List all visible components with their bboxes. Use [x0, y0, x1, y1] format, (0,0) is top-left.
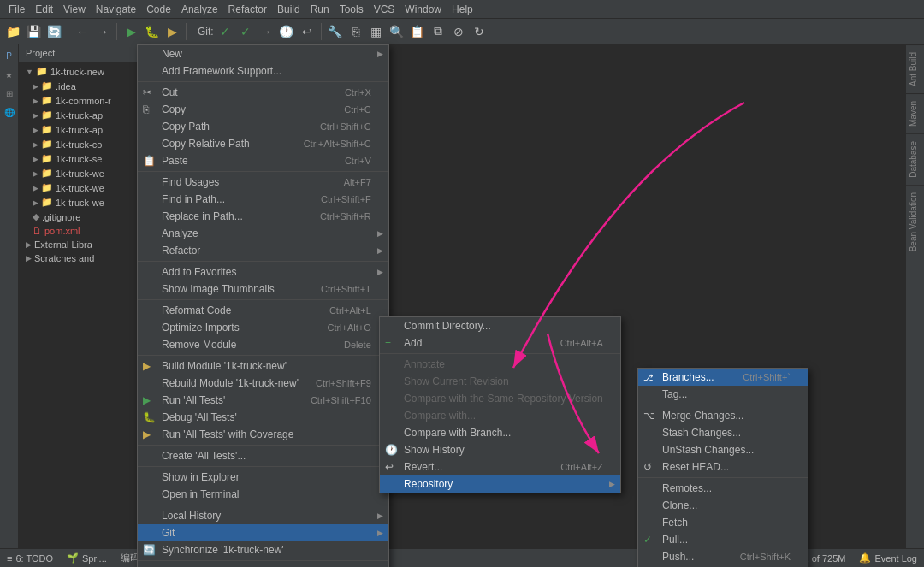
git-compare-branch[interactable]: Compare with Branch...: [380, 424, 620, 441]
git-show-history[interactable]: 🕐 Show History: [380, 441, 620, 458]
merge-icon: ⌥: [643, 410, 655, 422]
sync-icon: 🔄: [143, 544, 156, 556]
run-icon: ▶: [143, 394, 151, 406]
debug-icon: 🐛: [143, 411, 156, 423]
menu-cut[interactable]: ✂ Cut Ctrl+X: [138, 84, 388, 101]
git-sep1: [380, 353, 620, 354]
menu-replace-in-path[interactable]: Replace in Path... Ctrl+Shift+R: [138, 208, 388, 225]
history-icon: 🕐: [385, 444, 398, 456]
repo-merge[interactable]: ⌥ Merge Changes...: [638, 407, 808, 424]
menu-show-thumbnails[interactable]: Show Image Thumbnails Ctrl+Shift+T: [138, 281, 388, 298]
repo-sep1: [638, 405, 808, 405]
git-show-revision: Show Current Revision: [380, 373, 620, 390]
repo-clone[interactable]: Clone...: [638, 497, 808, 514]
repo-unstash[interactable]: UnStash Changes...: [638, 441, 808, 458]
menu-create-tests[interactable]: Create 'All Tests'...: [138, 447, 388, 464]
git-add-icon: +: [385, 337, 391, 349]
repo-pull[interactable]: ✓ Pull...: [638, 531, 808, 548]
build-icon: ▶: [143, 360, 151, 372]
branches-icon: ⎇: [643, 373, 654, 382]
git-submenu: Commit Directory... + Add Ctrl+Alt+A Ann…: [379, 316, 621, 493]
git-compare-repo: Compare with the Same Repository Version: [380, 390, 620, 407]
menu-analyze[interactable]: Analyze: [138, 225, 388, 242]
repo-stash[interactable]: Stash Changes...: [638, 424, 808, 441]
menu-run-tests[interactable]: ▶ Run 'All Tests' Ctrl+Shift+F10: [138, 392, 388, 409]
repo-sep2: [638, 477, 808, 478]
menu-reformat[interactable]: Reformat Code Ctrl+Alt+L: [138, 302, 388, 319]
menu-show-explorer[interactable]: Show in Explorer: [138, 469, 388, 486]
menu-remove-module[interactable]: Remove Module Delete: [138, 336, 388, 353]
repo-push[interactable]: Push... Ctrl+Shift+K: [638, 548, 808, 565]
git-revert[interactable]: ↩ Revert... Ctrl+Alt+Z: [380, 458, 620, 475]
reset-icon: ↺: [643, 461, 652, 473]
repo-submenu: ⎇ Branches... Ctrl+Shift+` Tag... ⌥ Merg…: [637, 368, 808, 567]
sep6: [138, 445, 388, 446]
coverage-icon: ▶: [143, 428, 151, 440]
sep8: [138, 505, 388, 505]
paste-icon: 📋: [143, 155, 156, 167]
revert-icon: ↩: [385, 461, 394, 473]
copy-icon: ⎘: [143, 103, 149, 115]
context-menu-overlay: New Add Framework Support... ✂ Cut Ctrl+…: [0, 0, 924, 567]
sep7: [138, 466, 388, 467]
git-commit-dir[interactable]: Commit Directory...: [380, 317, 620, 334]
menu-paste[interactable]: 📋 Paste Ctrl+V: [138, 152, 388, 169]
sep3: [138, 261, 388, 262]
repo-reset-head[interactable]: ↺ Reset HEAD...: [638, 458, 808, 475]
menu-add-framework[interactable]: Add Framework Support...: [138, 62, 388, 80]
menu-open-terminal[interactable]: Open in Terminal: [138, 486, 388, 503]
git-compare-with: Compare with...: [380, 407, 620, 424]
menu-find-usages[interactable]: Find Usages Alt+F7: [138, 174, 388, 191]
menu-copy[interactable]: ⎘ Copy Ctrl+C: [138, 101, 388, 118]
git-annotate: Annotate: [380, 356, 620, 373]
menu-rebuild-module[interactable]: Rebuild Module '1k-truck-new' Ctrl+Shift…: [138, 375, 388, 392]
menu-new[interactable]: New: [138, 45, 388, 62]
menu-copy-relative-path[interactable]: Copy Relative Path Ctrl+Alt+Shift+C: [138, 135, 388, 152]
git-add[interactable]: + Add Ctrl+Alt+A: [380, 334, 620, 351]
primary-context-menu: New Add Framework Support... ✂ Cut Ctrl+…: [137, 44, 389, 567]
repo-fetch[interactable]: Fetch: [638, 514, 808, 531]
sep5: [138, 355, 388, 356]
git-repository[interactable]: Repository: [380, 475, 620, 493]
repo-branches[interactable]: ⎇ Branches... Ctrl+Shift+`: [638, 369, 808, 386]
menu-refactor[interactable]: Refactor: [138, 242, 388, 259]
menu-find-in-path[interactable]: Find in Path... Ctrl+Shift+F: [138, 191, 388, 208]
menu-debug-tests[interactable]: 🐛 Debug 'All Tests': [138, 409, 388, 426]
sep2: [138, 171, 388, 172]
sep4: [138, 299, 388, 300]
menu-run-coverage[interactable]: ▶ Run 'All Tests' with Coverage: [138, 426, 388, 443]
menu-synchronize[interactable]: 🔄 Synchronize '1k-truck-new': [138, 541, 388, 558]
repo-remotes[interactable]: Remotes...: [638, 480, 808, 497]
repo-tag[interactable]: Tag...: [638, 386, 808, 403]
menu-optimize-imports[interactable]: Optimize Imports Ctrl+Alt+O: [138, 319, 388, 336]
menu-copy-path[interactable]: Copy Path Ctrl+Shift+C: [138, 118, 388, 135]
cut-icon: ✂: [143, 86, 151, 98]
menu-git[interactable]: Git: [138, 524, 388, 541]
sep9: [138, 560, 388, 561]
menu-local-history[interactable]: Local History: [138, 507, 388, 524]
menu-directory-path[interactable]: Directory Path Ctrl+Alt+F12: [138, 563, 388, 567]
menu-add-favorites[interactable]: Add to Favorites: [138, 263, 388, 281]
sep1: [138, 81, 388, 82]
pull-check-icon: ✓: [643, 534, 652, 546]
menu-build-module[interactable]: ▶ Build Module '1k-truck-new': [138, 357, 388, 375]
